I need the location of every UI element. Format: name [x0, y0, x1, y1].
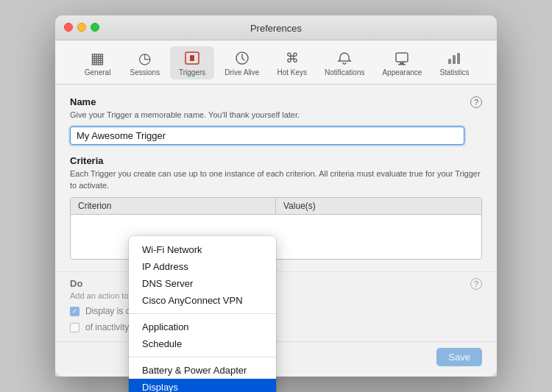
- name-title: Name: [70, 96, 464, 107]
- svg-rect-3: [396, 53, 408, 62]
- preferences-window: Preferences ▦ General ◷ Sessions Trigger…: [55, 15, 497, 377]
- name-section: Name Give your Trigger a memorable name.…: [70, 96, 482, 145]
- svg-rect-5: [398, 64, 406, 65]
- toolbar: ▦ General ◷ Sessions Triggers Dr: [55, 40, 497, 85]
- name-help-button[interactable]: ?: [470, 96, 482, 108]
- menu-item-wifi[interactable]: Wi-Fi Network: [129, 241, 276, 258]
- do-help-button[interactable]: ?: [470, 278, 482, 290]
- checkbox-1[interactable]: ✓: [70, 307, 79, 316]
- criterion-header: Criterion: [71, 198, 276, 214]
- footer: Save: [55, 341, 497, 377]
- checkbox-2-label: of inactivity: [85, 322, 129, 332]
- checkbox-2[interactable]: [70, 323, 79, 332]
- main-content: Name Give your Trigger a memorable name.…: [55, 85, 497, 271]
- svg-rect-8: [457, 53, 460, 64]
- tab-hot-keys[interactable]: ⌘ Hot Keys: [269, 46, 314, 79]
- separator-1: [129, 313, 276, 314]
- drive-alive-icon: [233, 49, 251, 67]
- menu-group-hardware: Battery & Power Adapter Displays Volumes…: [129, 360, 276, 392]
- traffic-lights: [64, 23, 99, 32]
- separator-2: [129, 357, 276, 357]
- close-button[interactable]: [64, 23, 73, 32]
- dropdown-menu: Wi-Fi Network IP Address DNS Server Cisc…: [129, 236, 276, 392]
- triggers-icon: [183, 49, 201, 67]
- menu-item-displays[interactable]: Displays: [129, 379, 276, 392]
- tab-triggers[interactable]: Triggers: [170, 46, 214, 79]
- titlebar: Preferences: [55, 15, 497, 40]
- table-header: Criterion Value(s): [71, 198, 481, 215]
- menu-item-schedule[interactable]: Schedule: [129, 335, 276, 352]
- notifications-icon: [336, 49, 353, 67]
- menu-group-network: Wi-Fi Network IP Address DNS Server Cisc…: [129, 239, 276, 311]
- name-fields: Name Give your Trigger a memorable name.…: [70, 96, 464, 145]
- window-body: Name Give your Trigger a memorable name.…: [55, 85, 497, 377]
- tab-drive-alive[interactable]: Drive Alive: [217, 46, 266, 79]
- trigger-name-input[interactable]: [70, 126, 464, 145]
- menu-item-battery[interactable]: Battery & Power Adapter: [129, 362, 276, 379]
- appearance-label: Appearance: [382, 68, 422, 76]
- tab-sessions[interactable]: ◷ Sessions: [123, 46, 168, 79]
- tab-notifications[interactable]: Notifications: [317, 46, 372, 79]
- save-button[interactable]: Save: [436, 348, 482, 366]
- svg-rect-6: [448, 59, 451, 64]
- sessions-label: Sessions: [130, 68, 160, 76]
- sessions-icon: ◷: [136, 49, 154, 67]
- notifications-label: Notifications: [325, 68, 364, 76]
- general-label: General: [85, 68, 111, 76]
- menu-item-application[interactable]: Application: [129, 318, 276, 335]
- menu-item-dns[interactable]: DNS Server: [129, 275, 276, 292]
- criteria-desc: Each Trigger you create can use up to on…: [70, 168, 482, 191]
- svg-rect-1: [190, 55, 194, 61]
- minimize-button[interactable]: [77, 23, 86, 32]
- general-icon: ▦: [89, 49, 107, 67]
- menu-item-cisco[interactable]: Cisco AnyConnect VPN: [129, 292, 276, 309]
- statistics-icon: [445, 49, 463, 67]
- svg-rect-4: [400, 63, 404, 64]
- tab-statistics[interactable]: Statistics: [432, 46, 476, 79]
- window-title: Preferences: [250, 23, 302, 34]
- tab-appearance[interactable]: Appearance: [375, 46, 429, 79]
- appearance-icon: [393, 49, 411, 67]
- name-desc: Give your Trigger a memorable name. You'…: [70, 110, 464, 121]
- drive-alive-label: Drive Alive: [224, 68, 259, 76]
- menu-group-app: Application Schedule: [129, 316, 276, 354]
- tab-general[interactable]: ▦ General: [76, 46, 120, 79]
- menu-item-ip[interactable]: IP Address: [129, 258, 276, 275]
- hot-keys-icon: ⌘: [283, 49, 301, 67]
- statistics-label: Statistics: [439, 68, 469, 76]
- values-header: Value(s): [276, 198, 481, 214]
- maximize-button[interactable]: [91, 23, 99, 32]
- hot-keys-label: Hot Keys: [277, 68, 307, 76]
- criteria-title: Criteria: [70, 155, 482, 166]
- svg-rect-7: [453, 55, 456, 64]
- lower-section: Do Add an action to perform when your Tr…: [55, 271, 497, 341]
- triggers-label: Triggers: [179, 68, 205, 76]
